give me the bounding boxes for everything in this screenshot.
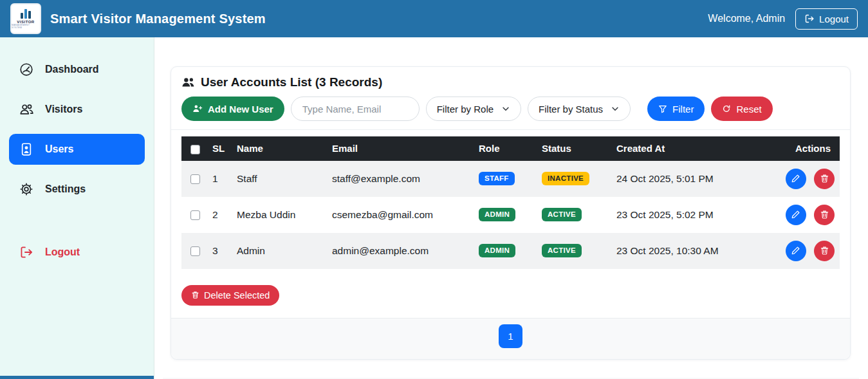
reset-button-label: Reset: [736, 104, 761, 115]
card-body: SL Name Email Role Status Created At Act…: [171, 130, 850, 318]
reset-button[interactable]: Reset: [711, 97, 772, 121]
trash-icon: [820, 174, 829, 183]
edit-button[interactable]: [786, 205, 806, 225]
header-role: Role: [474, 136, 537, 161]
sidebar-item-visitors[interactable]: Visitors: [9, 94, 145, 125]
refresh-icon: [722, 104, 731, 113]
person-plus-icon: [192, 104, 203, 114]
sidebar-item-users[interactable]: Users: [9, 134, 145, 165]
header-created-at: Created At: [611, 136, 762, 161]
cell-sl: 2: [207, 197, 232, 233]
header-actions: Actions: [762, 136, 840, 161]
status-badge: INACTIVE: [542, 172, 589, 185]
pagination-page-button[interactable]: 1: [499, 324, 522, 348]
id-badge-icon: [19, 142, 33, 156]
header-email: Email: [327, 136, 474, 161]
row-checkbox[interactable]: [190, 246, 200, 256]
filter-status-select[interactable]: Filter by Status: [528, 97, 631, 121]
add-new-user-label: Add New User: [208, 104, 273, 115]
logo-tagline: MANAGEMENT SYSTEM: [12, 24, 40, 29]
header-status: Status: [537, 136, 611, 161]
toolbar: Add New User Filter by Role Filter by St…: [181, 97, 840, 121]
table-row: 1 Staff staff@example.com STAFF INACTIVE…: [181, 161, 840, 197]
add-new-user-button[interactable]: Add New User: [181, 97, 284, 121]
role-badge: STAFF: [479, 172, 515, 185]
delete-selected-label: Delete Selected: [204, 290, 270, 300]
role-badge: ADMIN: [479, 244, 515, 257]
people-icon: [19, 102, 33, 116]
logo-buildings-icon: [21, 8, 31, 19]
status-badge: ACTIVE: [542, 244, 582, 257]
cell-email: admin@example.com: [327, 233, 474, 269]
pencil-icon: [791, 174, 800, 183]
cell-name: Staff: [232, 161, 327, 197]
top-navbar: VISITOR MANAGEMENT SYSTEM Smart Visitor …: [0, 0, 868, 37]
sidebar-item-logout[interactable]: Logout: [9, 237, 145, 268]
table-row: 2 Mezba Uddin csemezba@gmail.com ADMIN A…: [181, 197, 840, 233]
logout-icon: [19, 245, 33, 259]
sidebar-item-label: Visitors: [45, 104, 82, 115]
cell-created-at: 23 Oct 2025, 5:02 PM: [611, 197, 762, 233]
user-accounts-card: User Accounts List (3 Records): [171, 66, 851, 360]
main-content: User Accounts List (3 Records): [154, 37, 868, 379]
row-checkbox[interactable]: [190, 210, 200, 220]
delete-selected-button[interactable]: Delete Selected: [181, 285, 279, 306]
select-all-checkbox[interactable]: [190, 145, 200, 154]
trash-icon: [820, 246, 829, 255]
filter-status-label: Filter by Status: [539, 104, 603, 115]
trash-icon: [191, 291, 199, 299]
header-sl: SL: [207, 136, 232, 161]
filter-role-label: Filter by Role: [437, 104, 494, 115]
status-badge: ACTIVE: [542, 208, 582, 221]
card-header: User Accounts List (3 Records): [171, 67, 850, 130]
trash-icon: [820, 210, 829, 219]
delete-button[interactable]: [814, 241, 835, 261]
delete-button[interactable]: [814, 169, 835, 189]
filter-button-label: Filter: [672, 104, 694, 115]
app-title: Smart Visitor Management System: [50, 12, 266, 26]
card-footer: 1: [171, 318, 850, 359]
edit-button[interactable]: [786, 169, 806, 189]
row-checkbox[interactable]: [190, 174, 200, 184]
people-icon: [181, 76, 195, 89]
cell-created-at: 24 Oct 2025, 5:01 PM: [611, 161, 762, 197]
sidebar-item-label: Settings: [45, 183, 86, 195]
users-table: SL Name Email Role Status Created At Act…: [181, 136, 840, 269]
sidebar-item-label: Dashboard: [45, 64, 99, 75]
funnel-icon: [658, 104, 667, 113]
sidebar-item-settings[interactable]: Settings: [9, 174, 145, 205]
filter-role-select[interactable]: Filter by Role: [426, 97, 521, 121]
speedometer-icon: [19, 62, 33, 77]
navbar-logout-button[interactable]: Logout: [795, 8, 858, 30]
cell-email: csemezba@gmail.com: [327, 197, 474, 233]
table-row: 3 Admin admin@example.com ADMIN ACTIVE 2…: [181, 233, 840, 269]
logout-icon: [804, 14, 815, 24]
table-header-row: SL Name Email Role Status Created At Act…: [181, 136, 840, 161]
pencil-icon: [791, 210, 800, 219]
sidebar-bottom-accent: [0, 376, 154, 379]
welcome-text: Welcome, Admin: [708, 13, 785, 24]
gear-icon: [19, 182, 33, 196]
cell-email: staff@example.com: [327, 161, 474, 197]
cell-name: Mezba Uddin: [232, 197, 327, 233]
sidebar: Dashboard Visitors Users: [0, 37, 154, 379]
chevron-down-icon: [611, 104, 620, 113]
navbar-logout-label: Logout: [819, 14, 849, 24]
cell-created-at: 23 Oct 2025, 10:30 AM: [611, 233, 762, 269]
app-logo: VISITOR MANAGEMENT SYSTEM: [10, 3, 41, 34]
search-input[interactable]: [291, 97, 420, 121]
cell-name: Admin: [232, 233, 327, 269]
sidebar-item-label: Users: [45, 143, 73, 155]
cell-sl: 3: [207, 233, 232, 269]
header-name: Name: [232, 136, 327, 161]
delete-button[interactable]: [814, 205, 835, 225]
edit-button[interactable]: [786, 241, 806, 261]
filter-button[interactable]: Filter: [647, 97, 705, 121]
pencil-icon: [791, 246, 800, 255]
chevron-down-icon: [501, 104, 510, 113]
sidebar-logout-label: Logout: [45, 246, 80, 258]
sidebar-item-dashboard[interactable]: Dashboard: [9, 54, 145, 85]
page-title: User Accounts List (3 Records): [201, 75, 382, 89]
role-badge: ADMIN: [479, 208, 515, 221]
cell-sl: 1: [207, 161, 232, 197]
